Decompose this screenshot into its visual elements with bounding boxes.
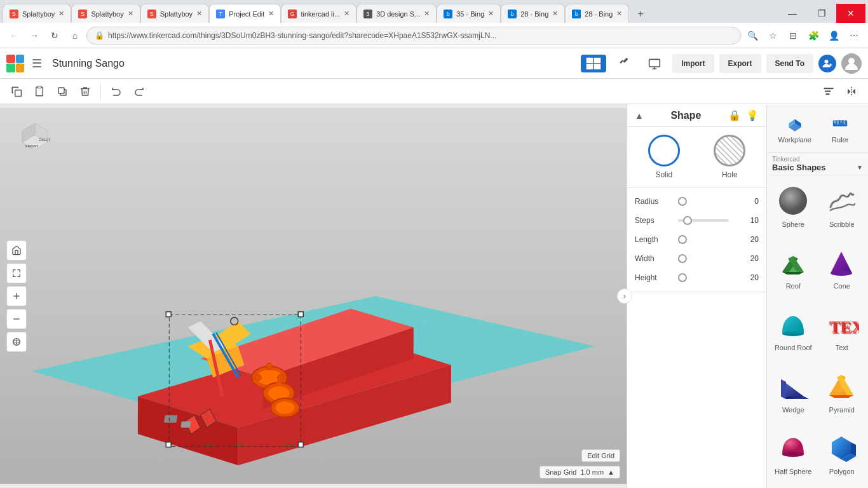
tab-close-btn[interactable]: ✕	[268, 10, 274, 18]
project-name[interactable]: Stunning Sango	[52, 58, 125, 69]
secondary-toolbar	[0, 79, 868, 104]
solid-type-button[interactable]: Solid	[648, 135, 680, 179]
refresh-button[interactable]: ↻	[46, 27, 64, 44]
tab-close-btn[interactable]: ✕	[344, 10, 349, 18]
tab-splattyboy-2[interactable]: S Splattyboy ✕	[71, 4, 140, 23]
tab-bing-28a[interactable]: b 28 - Bing ✕	[501, 4, 565, 23]
back-button[interactable]: ←	[5, 27, 23, 44]
tab-splattyboy-3[interactable]: S Splattyboy ✕	[140, 4, 209, 23]
shape-panel-collapse[interactable]: ▲	[635, 111, 644, 121]
cone-image	[823, 245, 861, 280]
delete-icon	[79, 86, 91, 97]
round-roof-label: Round Roof	[775, 344, 812, 351]
tab-close-btn[interactable]: ✕	[424, 10, 430, 18]
svg-point-58	[276, 380, 281, 385]
user-avatar[interactable]	[841, 53, 862, 74]
text-image: TEXT TEXT	[823, 306, 861, 341]
hole-type-button[interactable]: Hole	[714, 135, 745, 179]
height-dot	[678, 273, 687, 282]
library-dropdown-arrow[interactable]: ▼	[857, 164, 863, 171]
orbit-button[interactable]	[6, 332, 27, 352]
tab-bing-28b[interactable]: b 28 - Bing ✕	[565, 4, 629, 23]
edit-grid-button[interactable]: Edit Grid	[581, 449, 620, 462]
send-to-button[interactable]: Send To	[766, 54, 813, 73]
logo-block-k	[16, 64, 25, 72]
shape-item-scribble[interactable]: Scribble	[818, 178, 866, 238]
paste-button[interactable]	[29, 81, 50, 102]
shape-header: ▲ Shape 🔒 💡	[627, 104, 766, 127]
copy-button[interactable]	[6, 81, 27, 102]
new-tab-button[interactable]: +	[632, 5, 649, 23]
zoom-button[interactable]: 🔍	[743, 27, 761, 44]
logo-blocks	[6, 55, 24, 72]
more-button[interactable]: ⋯	[845, 27, 863, 44]
import-button[interactable]: Import	[672, 54, 714, 73]
half-sphere-image	[774, 430, 812, 465]
snap-grid-control[interactable]: Snap Grid 1.0 mm ▲	[539, 466, 620, 478]
steps-slider[interactable]	[678, 219, 729, 222]
shape-item-pyramid[interactable]: Pyramid	[818, 363, 866, 424]
svg-rect-70	[298, 442, 303, 447]
align-button[interactable]	[818, 81, 839, 102]
bulb-icon[interactable]: 💡	[746, 109, 759, 121]
tab-close-btn[interactable]: ✕	[616, 10, 622, 18]
bookmark-button[interactable]: ☆	[764, 27, 782, 44]
add-user-icon	[822, 58, 833, 69]
home-view-button[interactable]	[6, 240, 27, 261]
tab-close-btn[interactable]: ✕	[196, 10, 202, 18]
tab-close-btn[interactable]: ✕	[58, 10, 64, 18]
duplicate-button[interactable]	[52, 81, 72, 102]
tab-gmail[interactable]: G tinkercad li... ✕	[281, 4, 356, 23]
home-button[interactable]: ⌂	[66, 27, 84, 44]
bookmark-list-button[interactable]: ⊟	[784, 27, 802, 44]
shape-item-round-roof[interactable]: Round Roof	[770, 301, 817, 362]
forward-button[interactable]: →	[25, 27, 43, 44]
build-button[interactable]	[611, 55, 637, 72]
shape-item-roof[interactable]: Roof	[770, 240, 817, 300]
add-user-button[interactable]	[818, 55, 836, 72]
profile-button[interactable]: 👤	[825, 27, 843, 44]
ruler-button[interactable]: Ruler	[818, 109, 864, 147]
minimize-button[interactable]: —	[778, 4, 807, 23]
view-cube[interactable]: FRONT RIGHT	[13, 117, 57, 161]
export-button[interactable]: Export	[719, 54, 761, 73]
shape-item-text[interactable]: TEXT TEXT Text	[818, 301, 866, 362]
shape-item-half-sphere[interactable]: Half Sphere	[770, 425, 817, 485]
hamburger-menu[interactable]: ☰	[32, 57, 42, 71]
address-bar[interactable]: 🔒 https://www.tinkercad.com/things/3DSoU…	[86, 27, 741, 44]
present-button[interactable]	[642, 55, 667, 72]
tab-favicon: b	[572, 10, 581, 18]
scribble-label: Scribble	[829, 220, 855, 228]
tab-splattyboy-1[interactable]: S Splattyboy ✕	[3, 4, 71, 23]
tab-bing-35[interactable]: b 35 - Bing ✕	[437, 4, 501, 23]
restore-button[interactable]: ❐	[807, 4, 836, 23]
close-button[interactable]: ✕	[836, 4, 865, 23]
tab-close-btn[interactable]: ✕	[488, 10, 494, 18]
svg-rect-18	[824, 88, 834, 89]
tab-3ddesign[interactable]: 3 3D design S... ✕	[356, 4, 437, 23]
svg-rect-65	[180, 421, 191, 428]
mirror-button[interactable]	[841, 81, 862, 102]
library-header: Tinkercad Basic Shapes ▼	[767, 153, 868, 175]
undo-button[interactable]	[106, 81, 126, 102]
shape-item-sphere[interactable]: Sphere	[770, 178, 817, 238]
delete-button[interactable]	[75, 81, 95, 102]
tab-project-edit[interactable]: T Project Edit ✕	[209, 4, 281, 23]
redo-button[interactable]	[129, 81, 149, 102]
shape-item-wedge[interactable]: Wedge	[770, 363, 817, 424]
collapse-panel-button[interactable]: ›	[617, 288, 632, 304]
steps-slider-container[interactable]	[678, 219, 735, 222]
zoom-in-button[interactable]	[6, 286, 27, 306]
viewport[interactable]: FRONT RIGHT	[0, 104, 627, 488]
tab-close-btn[interactable]: ✕	[552, 10, 558, 18]
grid-view-button[interactable]	[581, 55, 606, 72]
fit-view-button[interactable]	[6, 263, 27, 283]
lock-icon[interactable]: 🔒	[728, 109, 741, 121]
zoom-out-button[interactable]	[6, 309, 27, 329]
snap-grid-label: Snap Grid	[545, 468, 577, 476]
shape-item-cone[interactable]: Cone	[818, 240, 866, 300]
extensions-button[interactable]: 🧩	[804, 27, 822, 44]
tab-close-btn[interactable]: ✕	[128, 10, 133, 18]
shape-item-polygon[interactable]: Polygon	[818, 425, 866, 485]
workplane-button[interactable]: Workplane	[772, 109, 818, 147]
